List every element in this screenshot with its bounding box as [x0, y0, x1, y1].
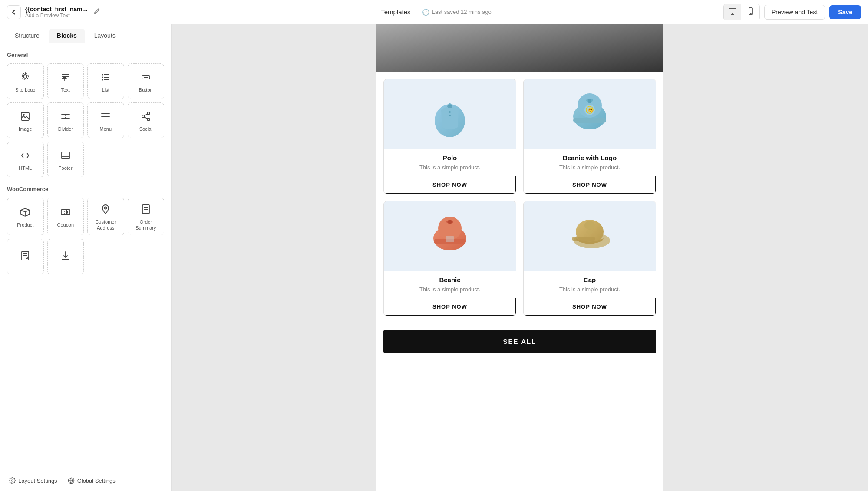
svg-point-11	[102, 76, 103, 78]
button-icon	[139, 70, 153, 84]
block-html[interactable]: HTML	[7, 142, 44, 177]
product-info-beanie: Beanie This is a simple product.	[384, 271, 516, 298]
svg-rect-52	[588, 99, 591, 103]
svg-point-66	[586, 229, 593, 234]
block-customer-address[interactable]: Customer Address	[87, 198, 124, 235]
templates-button[interactable]: Templates	[376, 6, 415, 18]
block-product[interactable]: Product	[7, 198, 44, 235]
product-desc-polo: This is a simple product.	[391, 164, 509, 171]
global-settings-button[interactable]: Global Settings	[66, 475, 117, 486]
svg-rect-15	[21, 112, 29, 120]
product-icon	[18, 205, 32, 219]
block-footer-label: Footer	[59, 165, 73, 171]
shop-now-polo[interactable]: SHOP NOW	[384, 176, 516, 194]
block-product-label: Product	[17, 222, 33, 228]
shop-now-cap[interactable]: SHOP NOW	[524, 298, 656, 316]
product-image-beanie-logo: 😊	[524, 79, 656, 149]
block-coupon[interactable]: Coupon	[47, 198, 84, 235]
block-html-label: HTML	[19, 165, 32, 171]
divider-icon	[59, 109, 73, 123]
svg-rect-0	[729, 8, 736, 13]
footer-icon	[59, 148, 73, 162]
block-image[interactable]: Image	[7, 102, 44, 138]
device-toggle	[723, 4, 760, 20]
product-name-cap: Cap	[531, 276, 649, 283]
block-menu[interactable]: Menu	[87, 102, 124, 138]
shop-now-beanie[interactable]: SHOP NOW	[384, 298, 516, 316]
panel-content: General Site Logo T Text	[0, 43, 171, 470]
email-canvas: Polo This is a simple product. SHOP NOW	[172, 24, 868, 491]
svg-rect-61	[446, 236, 454, 242]
svg-text:T: T	[63, 77, 66, 82]
block-extra-1[interactable]	[7, 239, 44, 274]
back-button[interactable]	[7, 5, 21, 19]
block-footer[interactable]: Footer	[47, 142, 84, 177]
save-info: 🕐 Last saved 12 mins ago	[422, 9, 492, 16]
preview-and-test-button[interactable]: Preview and Test	[764, 5, 825, 20]
svg-text:😊: 😊	[588, 107, 594, 113]
block-social[interactable]: Social	[128, 102, 165, 138]
hero-image	[376, 24, 663, 72]
block-list-label: List	[102, 87, 109, 93]
block-order-summary[interactable]: Order Summary	[128, 198, 165, 235]
woocommerce-blocks-grid: Product Coupon Customer Address	[7, 198, 164, 274]
layout-settings-button[interactable]: Layout Settings	[7, 475, 59, 486]
download-icon	[59, 249, 73, 263]
product-desc-beanie: This is a simple product.	[391, 286, 509, 293]
general-blocks-grid: Site Logo T Text List	[7, 63, 164, 177]
left-panel: Structure Blocks Layouts General Site Lo…	[0, 24, 172, 491]
image-icon	[18, 109, 32, 123]
svg-rect-50	[573, 118, 606, 123]
mobile-view-button[interactable]	[742, 4, 759, 20]
see-all-section: SEE ALL	[376, 323, 663, 363]
page-subtitle: Add a Preview Text	[25, 13, 87, 19]
shop-now-beanie-logo[interactable]: SHOP NOW	[524, 176, 656, 194]
block-list[interactable]: List	[87, 63, 124, 99]
block-customer-address-label: Customer Address	[89, 219, 122, 231]
product-name-beanie: Beanie	[391, 276, 509, 283]
product-info-beanie-logo: Beanie with Logo This is a simple produc…	[524, 149, 656, 176]
product-image-cap	[524, 201, 656, 271]
clock-icon: 🕐	[422, 9, 429, 16]
block-divider[interactable]: Divider	[47, 102, 84, 138]
block-order-summary-label: Order Summary	[130, 219, 162, 231]
svg-point-23	[142, 115, 145, 118]
block-button[interactable]: Button	[128, 63, 165, 99]
doc-list-icon	[18, 249, 32, 263]
hero-image-inner	[376, 24, 663, 72]
product-desc-cap: This is a simple product.	[531, 286, 649, 293]
tab-blocks[interactable]: Blocks	[49, 29, 85, 43]
block-menu-label: Menu	[99, 126, 112, 132]
order-summary-icon	[139, 202, 153, 216]
coupon-icon	[59, 205, 73, 219]
svg-point-2	[750, 13, 751, 14]
svg-line-26	[144, 114, 147, 115]
social-icon	[139, 109, 153, 123]
svg-point-40	[11, 480, 13, 481]
main-layout: Structure Blocks Layouts General Site Lo…	[0, 24, 868, 491]
svg-rect-36	[22, 251, 29, 260]
block-extra-2[interactable]	[47, 239, 84, 274]
tab-layouts[interactable]: Layouts	[86, 29, 123, 43]
block-site-logo[interactable]: Site Logo	[7, 63, 44, 99]
see-all-button[interactable]: SEE ALL	[383, 330, 656, 353]
topbar: {{contact_first_nam... Add a Preview Tex…	[0, 0, 868, 24]
svg-rect-60	[448, 220, 452, 224]
global-settings-label: Global Settings	[77, 478, 116, 484]
svg-point-16	[23, 114, 24, 115]
product-card-polo: Polo This is a simple product. SHOP NOW	[383, 79, 516, 194]
block-button-label: Button	[139, 87, 153, 93]
save-button[interactable]: Save	[829, 5, 861, 19]
svg-point-45	[447, 105, 452, 108]
block-social-label: Social	[139, 126, 152, 132]
block-coupon-label: Coupon	[57, 222, 74, 228]
tab-structure[interactable]: Structure	[7, 29, 47, 43]
edit-title-button[interactable]	[92, 6, 102, 18]
product-card-beanie: Beanie This is a simple product. SHOP NO…	[383, 201, 516, 316]
svg-rect-65	[572, 237, 595, 241]
svg-point-3	[23, 75, 27, 78]
block-text-label: Text	[61, 87, 70, 93]
product-name-beanie-logo: Beanie with Logo	[531, 154, 649, 161]
block-text[interactable]: T Text	[47, 63, 84, 99]
desktop-view-button[interactable]	[724, 4, 741, 20]
